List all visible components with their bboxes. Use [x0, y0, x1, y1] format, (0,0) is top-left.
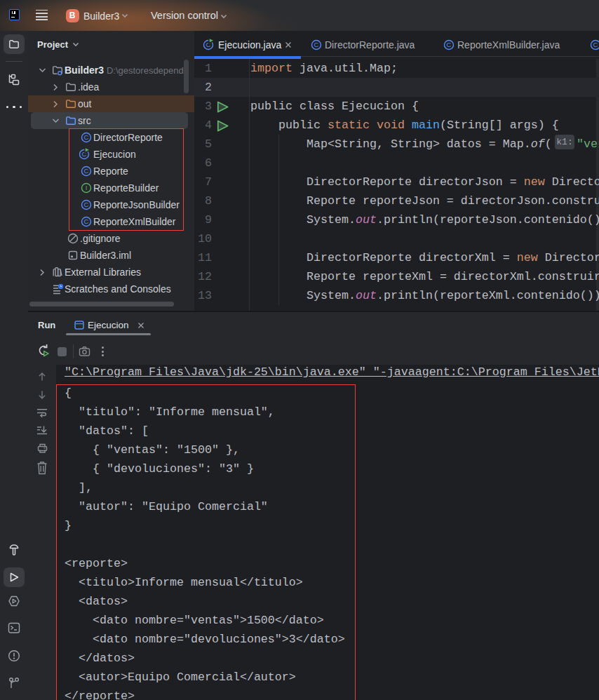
svg-text:C: C: [314, 41, 319, 48]
svg-text:C: C: [593, 41, 598, 48]
svg-text:C: C: [447, 41, 452, 48]
